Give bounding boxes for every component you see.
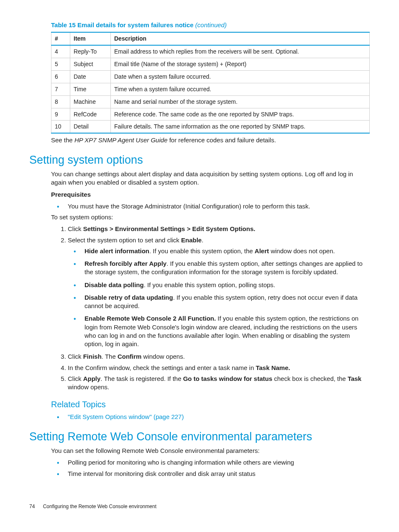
options-list: Hide alert information. If you enable th…: [68, 247, 370, 349]
page-footer: 74 Configuring the Remote Web Console en…: [29, 503, 370, 510]
list-item: Disable retry of data updating. If you e…: [68, 293, 370, 311]
env-params-list: Polling period for monitoring who is cha…: [51, 458, 370, 478]
th-num: #: [51, 32, 70, 45]
heading-env-params: Setting Remote Web Console environmental…: [29, 429, 370, 444]
step-4: In the Confirm window, check the setting…: [68, 364, 370, 372]
table-row: 10DetailFailure details. The same inform…: [51, 121, 370, 133]
related-topics-heading: Related Topics: [51, 399, 370, 410]
list-item: Time interval for monitoring disk contro…: [51, 470, 370, 478]
list-item: "Edit System Options window" (page 227): [51, 413, 370, 421]
table-footnote: See the HP XP7 SNMP Agent User Guide for…: [51, 136, 370, 144]
intro-paragraph: You can change settings about alert disp…: [51, 170, 370, 187]
table-row: 7TimeTime when a system failure occurred…: [51, 83, 370, 95]
table-row: 5SubjectEmail title (Name of the storage…: [51, 58, 370, 71]
prerequisites-list: You must have the Storage Administrator …: [51, 202, 370, 211]
steps-list: Click Settings > Environmental Settings …: [51, 225, 370, 391]
table-title-text: Table 15 Email details for system failur…: [51, 21, 195, 28]
footer-title: Configuring the Remote Web Console envir…: [43, 504, 156, 509]
table-caption: Table 15 Email details for system failur…: [51, 21, 370, 29]
step-5: Click Apply. The task is registered. If …: [68, 375, 370, 392]
list-item: Disable data polling. If you enable this…: [68, 281, 370, 289]
list-item: Polling period for monitoring who is cha…: [51, 458, 370, 467]
list-item: Refresh forcibly after Apply. If you ena…: [68, 260, 370, 277]
table-row: 6DateDate when a system failure occurred…: [51, 70, 370, 83]
related-link[interactable]: "Edit System Options window" (page 227): [68, 413, 184, 420]
email-details-table: # Item Description 4Reply-ToEmail addres…: [51, 32, 370, 134]
env-intro: You can set the following Remote Web Con…: [51, 447, 370, 455]
step-2: Select the system option to set and clic…: [68, 236, 370, 349]
page-number: 74: [29, 503, 35, 510]
table-title-continued: (continued): [195, 21, 227, 28]
table-row: 9RefCodeReference code. The same code as…: [51, 108, 370, 121]
list-item: Hide alert information. If you enable th…: [68, 247, 370, 255]
table-row: 8MachineName and serial number of the st…: [51, 95, 370, 108]
related-topics-list: "Edit System Options window" (page 227): [51, 413, 370, 421]
step-3: Click Finish. The Confirm window opens.: [68, 352, 370, 361]
table-row: 4Reply-ToEmail address to which replies …: [51, 45, 370, 58]
prerequisites-label: Prerequisites: [51, 190, 370, 199]
list-item: You must have the Storage Administrator …: [51, 202, 370, 211]
th-desc: Description: [111, 32, 370, 45]
step-1: Click Settings > Environmental Settings …: [68, 225, 370, 233]
heading-setting-system-options: Setting system options: [29, 152, 370, 167]
to-set-label: To set system options:: [51, 213, 370, 221]
th-item: Item: [70, 32, 111, 45]
list-item: Enable Remote Web Console 2 All Function…: [68, 314, 370, 348]
